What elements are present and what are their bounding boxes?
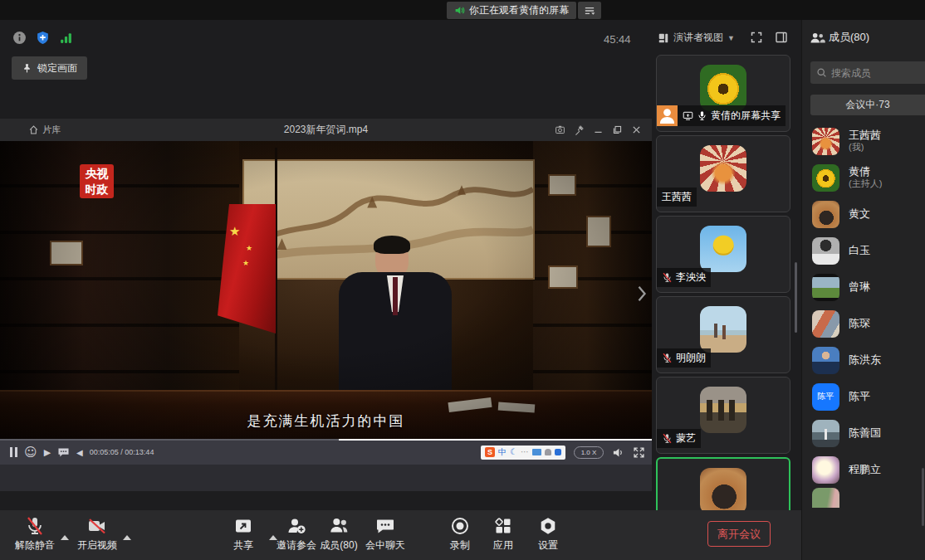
pause-button[interactable] [10, 447, 17, 457]
member-avatar [812, 347, 839, 374]
toolbar-button-label: 成员(80) [320, 538, 357, 553]
participant-label: 蒙艺 [657, 429, 701, 448]
member-row[interactable]: 程鹏立 [802, 451, 925, 488]
participant-tile[interactable]: 黄倩的屏幕共享 [656, 55, 790, 132]
ime-toolbar[interactable]: S 中 ☾ ⋯ [481, 446, 565, 460]
emoji-button[interactable]: ☺ [24, 445, 37, 460]
volume-icon[interactable] [612, 446, 624, 459]
close-icon[interactable] [631, 124, 642, 135]
ime-person-icon [545, 449, 551, 455]
video-player-window: 片库 2023新年贺词.mp4 [0, 119, 652, 465]
members-scrollbar[interactable] [922, 468, 924, 526]
lock-view-button[interactable]: 锁定画面 [12, 56, 87, 80]
mic-muted-icon [662, 272, 673, 283]
member-row[interactable] [802, 488, 925, 508]
toolbar-button[interactable]: 成员(80) [320, 515, 357, 553]
participant-tile[interactable] [656, 457, 790, 510]
shield-icon[interactable] [36, 31, 50, 45]
main-stage: 45:44 演讲者视图 ▼ 锁定画面 片库 2023新年贺词.mp4 [0, 20, 801, 510]
minimize-icon[interactable] [593, 124, 604, 135]
cctv-badge: 央视 时政 [80, 164, 114, 198]
player-library-button[interactable]: 片库 [28, 124, 61, 136]
leave-meeting-button[interactable]: 离开会议 [707, 521, 771, 547]
signal-icon[interactable] [59, 31, 73, 45]
info-icon[interactable] [12, 31, 27, 45]
participant-avatar [700, 226, 746, 272]
member-row[interactable]: 陈琛 [802, 305, 925, 342]
meeting-window: 你正在观看黄倩的屏幕 45:44 演讲者视图 ▼ 锁定画面 [0, 0, 925, 560]
video-subtitle: 是充满生机活力的中国 [0, 411, 652, 431]
rewind-icon[interactable]: ◀ [76, 448, 83, 457]
mic-muted-icon [662, 353, 673, 363]
member-avatar [812, 420, 839, 447]
toolbar-button[interactable]: 会中聊天 [365, 515, 405, 553]
caret-up-icon[interactable] [123, 535, 131, 540]
ime-dots-icon: ⋯ [521, 448, 529, 456]
caret-up-icon[interactable] [61, 535, 69, 540]
expand-icon[interactable] [633, 446, 645, 459]
member-avatar [812, 456, 839, 484]
member-row[interactable]: 黄文 [802, 196, 925, 232]
ime-lang-icon: 中 [498, 448, 507, 456]
fullscreen-icon[interactable] [750, 31, 763, 44]
speaker-icon [454, 5, 465, 16]
snapshot-icon[interactable] [555, 124, 565, 135]
member-row[interactable]: 王茜茜 (我) [802, 123, 925, 159]
player-controls: ☺ ▶ ◀ 00:05:05 / 00:13:44 S 中 ☾ ⋯ [0, 440, 652, 465]
member-name: 王茜茜 [849, 129, 881, 142]
toolbar-button-label: 邀请参会 [277, 538, 316, 553]
member-name: 曾琳 [849, 280, 870, 294]
member-name: 陈洪东 [849, 353, 881, 367]
member-row[interactable]: 黄倩 (主持人) [802, 159, 925, 196]
participant-tile[interactable]: 李泱泱 [656, 216, 790, 293]
member-row[interactable]: 陈平 陈平 [802, 378, 925, 415]
maximize-icon[interactable] [612, 124, 623, 135]
home-icon [28, 124, 39, 135]
banner-menu-button[interactable] [578, 2, 601, 19]
member-row[interactable]: 曾琳 [802, 269, 925, 305]
shared-screen: 片库 2023新年贺词.mp4 [0, 119, 652, 491]
toolbar-button-icon [232, 515, 254, 537]
participant-tile[interactable]: 明朗朗 [656, 296, 790, 373]
toolbar-button-label: 解除静音 [15, 538, 55, 553]
meeting-timer: 45:44 [604, 33, 631, 46]
search-input[interactable] [831, 67, 919, 79]
member-avatar [812, 274, 839, 301]
member-row[interactable]: 陈善国 [802, 415, 925, 451]
participant-avatar [700, 145, 746, 192]
member-avatar [812, 201, 839, 228]
toolbar-button[interactable]: 解除静音 [15, 515, 55, 553]
toolbar-button[interactable]: 邀请参会 [277, 515, 316, 553]
member-name: 陈琛 [849, 317, 870, 330]
member-avatar [812, 310, 839, 338]
toolbar-button[interactable]: 开启视频 [77, 515, 117, 553]
participant-tile[interactable]: 王茜茜 [656, 135, 790, 212]
mic-on-icon [697, 110, 707, 121]
member-row[interactable]: 白玉 [802, 232, 925, 269]
toolbar-button[interactable]: 录制 [449, 515, 471, 553]
pin-window-icon[interactable] [574, 124, 585, 135]
member-name: 白玉 [849, 244, 870, 257]
members-panel: 成员(80) 会议中·73 王茜茜 (我) [801, 20, 925, 560]
participant-name: 明朗朗 [676, 351, 706, 365]
toolbar-button[interactable]: 应用 [492, 515, 514, 553]
participant-tile[interactable]: 蒙艺 [656, 377, 790, 454]
in-meeting-filter[interactable]: 会议中·73 [810, 95, 925, 115]
playback-speed-button[interactable]: 1.0 X [574, 446, 604, 459]
participant-name: 王茜茜 [662, 190, 692, 204]
play-icon[interactable]: ▶ [44, 447, 51, 458]
layout-icon [658, 32, 669, 44]
view-mode-selector[interactable]: 演讲者视图 ▼ [658, 31, 735, 45]
thumbnails-scrollbar[interactable] [795, 262, 797, 333]
participant-avatar [700, 468, 746, 510]
danmaku-icon[interactable] [57, 447, 70, 458]
member-search[interactable] [810, 61, 925, 84]
chevron-right-icon[interactable] [636, 284, 648, 304]
member-row[interactable]: 陈洪东 [802, 342, 925, 378]
toolbar-button-label: 应用 [493, 538, 513, 553]
avatar-text: 陈平 [818, 391, 834, 402]
panel-toggle-icon[interactable] [775, 31, 788, 44]
toolbar-button[interactable]: 共享 [232, 515, 254, 553]
toolbar-button[interactable]: 设置 [537, 515, 559, 553]
ime-logo-icon: S [485, 447, 495, 457]
